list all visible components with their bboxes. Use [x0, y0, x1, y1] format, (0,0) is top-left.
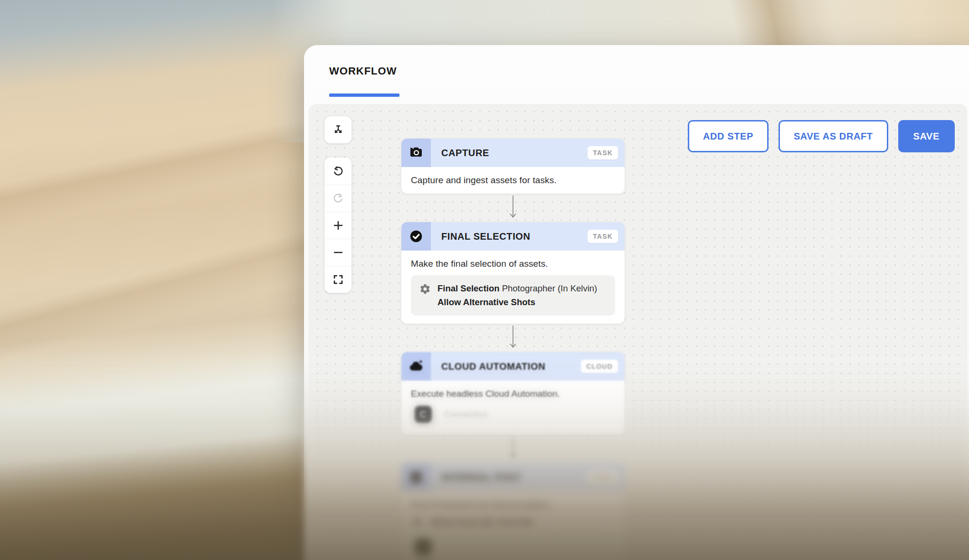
- step-settings-row: Allow Asset QC Override: [411, 517, 615, 527]
- canvas-toolbar: [324, 116, 352, 293]
- check-circle-icon: [401, 222, 431, 251]
- connector-chip-partial[interactable]: [411, 535, 436, 560]
- step-card-cloud-automation[interactable]: CLOUD AUTOMATION CLOUD Execute headless …: [401, 352, 625, 435]
- settings-text: Final Selection Photographer (In Kelvin)…: [437, 282, 597, 309]
- fit-view-button[interactable]: [324, 266, 352, 293]
- connector-label: Connectors: [444, 410, 488, 420]
- step-description: Make the final selection of assets.: [411, 259, 615, 269]
- undo-icon: [332, 165, 344, 177]
- workflow-panel: WORKFLOW: [304, 45, 969, 560]
- auto-layout-button[interactable]: [324, 116, 352, 143]
- camera-icon: [401, 139, 431, 167]
- connector-row: C Connectors: [411, 399, 615, 427]
- card-header: CLOUD AUTOMATION CLOUD: [401, 352, 625, 381]
- step-description: Capture and ingest assets for tasks.: [411, 175, 615, 186]
- zoom-in-icon: [332, 220, 344, 231]
- tab-workflow-label: WORKFLOW: [329, 65, 397, 77]
- undo-button[interactable]: [324, 158, 352, 185]
- step-type-badge: CLOUD: [581, 360, 618, 373]
- connector-monogram: C: [420, 409, 427, 420]
- card-title: CLOUD AUTOMATION: [441, 361, 581, 372]
- step-description: Execute headless Cloud Automation.: [411, 389, 615, 399]
- step-settings-panel[interactable]: Final Selection Photographer (In Kelvin)…: [411, 275, 615, 316]
- setting-value: Photographer (In Kelvin): [502, 283, 598, 293]
- gear-icon: [419, 283, 431, 295]
- setting-flag: Allow Alternative Shots: [437, 296, 597, 309]
- step-card-final-selection[interactable]: FINAL SELECTION TASK Make the final sele…: [401, 222, 625, 324]
- gear-icon: [412, 517, 423, 527]
- step-type-badge: TASK: [588, 146, 618, 159]
- step-card-internal-post[interactable]: INTERNAL POST TASK Post Production by in…: [401, 463, 625, 560]
- card-title: INTERNAL POST: [441, 472, 588, 483]
- flow-connector-arrow: [509, 324, 517, 352]
- save-as-draft-button[interactable]: SAVE AS DRAFT: [779, 120, 888, 152]
- setting-flag: Allow Asset QC Override: [430, 517, 533, 527]
- redo-icon: [332, 192, 344, 205]
- workflow-canvas[interactable]: ADD STEP SAVE AS DRAFT SAVE CAPTURE: [309, 104, 967, 560]
- flow-connector-arrow: [509, 435, 517, 463]
- card-header: CAPTURE TASK: [401, 139, 625, 167]
- flow-connector-arrow: [509, 194, 517, 222]
- card-body: Execute headless Cloud Automation. C Con…: [401, 381, 625, 435]
- card-body: Capture and ingest assets for tasks.: [401, 167, 625, 194]
- add-step-button[interactable]: ADD STEP: [688, 120, 769, 152]
- workflow-step-list: CAPTURE TASK Capture and ingest assets f…: [401, 139, 625, 560]
- step-type-badge: TASK: [588, 471, 618, 484]
- connector-icon: [415, 539, 432, 556]
- connector-c-icon: C: [415, 406, 432, 423]
- zoom-out-button[interactable]: [324, 239, 352, 266]
- step-description: Post Production by internal editors.: [411, 500, 615, 510]
- panel-header: WORKFLOW: [304, 45, 969, 104]
- connector-chip[interactable]: C: [411, 402, 436, 427]
- document-icon: [401, 463, 431, 492]
- step-card-capture[interactable]: CAPTURE TASK Capture and ingest assets f…: [401, 139, 625, 194]
- card-header: INTERNAL POST TASK: [401, 463, 625, 492]
- setting-name: Final Selection: [437, 283, 500, 293]
- card-header: FINAL SELECTION TASK: [401, 222, 625, 251]
- card-body: Post Production by internal editors. All…: [401, 492, 625, 560]
- cloud-sparkle-icon: [401, 352, 431, 381]
- tab-active-indicator: [329, 93, 399, 97]
- header-actions: ADD STEP SAVE AS DRAFT SAVE: [688, 120, 955, 152]
- save-button[interactable]: SAVE: [898, 120, 955, 152]
- zoom-tool-group: [324, 158, 352, 293]
- card-body: Make the final selection of assets. Fina…: [401, 251, 625, 324]
- zoom-out-icon: [332, 247, 344, 258]
- card-title: CAPTURE: [441, 148, 588, 159]
- step-type-badge: TASK: [588, 230, 618, 243]
- auto-layout-icon: [332, 124, 344, 136]
- redo-button[interactable]: [324, 185, 352, 212]
- zoom-in-button[interactable]: [324, 212, 352, 239]
- card-title: FINAL SELECTION: [441, 231, 588, 242]
- fit-view-icon: [332, 274, 344, 285]
